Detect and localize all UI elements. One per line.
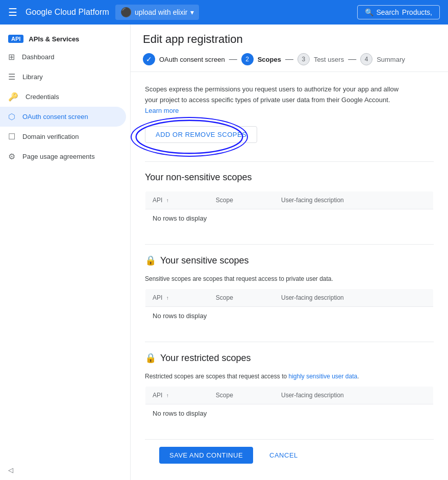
- sensitive-description: Sensitive scopes are scopes that request…: [145, 274, 434, 283]
- oauth-icon: ⬡: [8, 112, 15, 122]
- sensitive-scopes-section: 🔒 Your sensitive scopes Sensitive scopes…: [145, 255, 434, 325]
- section-divider-3: [145, 342, 434, 342]
- add-remove-scopes-button[interactable]: ADD OR REMOVE SCOPES: [145, 126, 257, 143]
- collapse-icon: ◁: [8, 466, 13, 474]
- sidebar-item-page-usage[interactable]: ⚙ Page usage agreements: [0, 147, 126, 166]
- domain-icon: ☐: [8, 132, 15, 141]
- restricted-sort-arrow-icon: ↑: [166, 393, 169, 398]
- restricted-col-api-header[interactable]: API ↑: [145, 387, 209, 404]
- key-icon: 🔑: [8, 92, 18, 102]
- non-sensitive-scopes-section: Your non-sensitive scopes API ↑ Scope Us…: [145, 172, 434, 228]
- restricted-empty-row: No rows to display: [145, 404, 434, 423]
- section-divider-2: [145, 244, 434, 245]
- stepper: ✓ OAuth consent screen — 2 Scopes — 3 Te…: [143, 53, 436, 65]
- restricted-empty-message: No rows to display: [145, 404, 434, 423]
- restricted-description: Restricted scopes are scopes that reques…: [145, 372, 434, 381]
- sensitive-col-description-header: User-facing description: [274, 289, 433, 307]
- sidebar-item-label: Page usage agreements: [22, 153, 95, 160]
- step4-label: Summary: [377, 56, 405, 63]
- footer-bar: SAVE AND CONTINUE CANCEL: [145, 439, 434, 471]
- step2-circle: 2: [241, 53, 254, 65]
- sidebar-header: API APIs & Services: [0, 29, 130, 47]
- main-header: Edit app registration ✓ OAuth consent sc…: [131, 25, 448, 72]
- sidebar-item-label: Dashboard: [22, 53, 55, 61]
- search-icon: 🔍: [365, 8, 374, 16]
- cancel-button[interactable]: CANCEL: [259, 447, 308, 464]
- sensitive-col-api-header[interactable]: API ↑: [145, 289, 209, 307]
- step3-circle: 3: [297, 53, 310, 65]
- scopes-description: Scopes express the permissions you reque…: [145, 84, 400, 116]
- sensitive-table-header: API ↑ Scope User-facing description: [145, 289, 434, 307]
- step2-label: Scopes: [258, 56, 281, 63]
- search-suffix: Products,: [402, 8, 432, 16]
- col-scope-header: Scope: [209, 191, 274, 209]
- sensitive-lock-icon: 🔒: [145, 255, 156, 266]
- gcp-logo-text: Google Cloud Platform: [26, 8, 109, 17]
- step-divider-3: —: [348, 55, 356, 64]
- add-scopes-wrapper: ADD OR REMOVE SCOPES: [145, 126, 257, 143]
- content-area: Scopes express the permissions you reque…: [131, 72, 448, 480]
- sensitive-empty-row: No rows to display: [145, 307, 434, 325]
- restricted-title: 🔒 Your restricted scopes: [145, 352, 434, 364]
- step-summary: 4 Summary: [360, 53, 405, 65]
- section-divider-1: [145, 161, 434, 162]
- sidebar-item-credentials[interactable]: 🔑 Credentials: [0, 87, 126, 107]
- restricted-scopes-section: 🔒 Your restricted scopes Restricted scop…: [145, 352, 434, 423]
- step-oauth-consent: ✓ OAuth consent screen: [143, 53, 225, 65]
- step-divider-1: —: [229, 55, 237, 64]
- non-sensitive-empty-row: No rows to display: [145, 209, 434, 228]
- step3-label: Test users: [314, 56, 344, 63]
- page-title: Edit app registration: [143, 33, 436, 46]
- non-sensitive-title: Your non-sensitive scopes: [145, 172, 434, 183]
- learn-more-link[interactable]: Learn more: [145, 107, 179, 114]
- save-continue-button[interactable]: SAVE AND CONTINUE: [159, 447, 253, 464]
- restricted-col-scope-header: Scope: [209, 387, 274, 404]
- col-api-header[interactable]: API ↑: [145, 191, 209, 209]
- settings-icon: ⚙: [8, 152, 15, 161]
- api-badge: API: [8, 35, 23, 43]
- hamburger-icon[interactable]: ☰: [8, 6, 17, 18]
- sidebar-item-domain-verification[interactable]: ☐ Domain verification: [0, 127, 126, 147]
- top-nav: ☰ Google Cloud Platform ⚫ upload with el…: [0, 0, 448, 25]
- step-scopes: 2 Scopes: [241, 53, 281, 65]
- step4-circle: 4: [360, 53, 372, 65]
- sensitive-table: API ↑ Scope User-facing description No r…: [145, 289, 434, 325]
- search-label: Search: [377, 8, 399, 16]
- sidebar-item-label: Credentials: [26, 93, 59, 101]
- project-name: upload with elixir: [135, 8, 188, 16]
- non-sensitive-table: API ↑ Scope User-facing description No r…: [145, 191, 434, 228]
- sensitive-empty-message: No rows to display: [145, 307, 434, 325]
- sensitive-col-scope-header: Scope: [209, 289, 274, 307]
- sensitive-title: 🔒 Your sensitive scopes: [145, 255, 434, 266]
- col-description-header: User-facing description: [274, 191, 433, 209]
- step-test-users: 3 Test users: [297, 53, 344, 65]
- restricted-lock-icon: 🔒: [145, 352, 156, 364]
- restricted-table: API ↑ Scope User-facing description No r…: [145, 386, 434, 423]
- sidebar-item-oauth-consent[interactable]: ⬡ OAuth consent screen: [0, 107, 126, 127]
- step1-label: OAuth consent screen: [159, 56, 225, 63]
- main-content: Edit app registration ✓ OAuth consent sc…: [131, 25, 448, 480]
- sidebar-item-label: Domain verification: [22, 133, 79, 140]
- restricted-table-header: API ↑ Scope User-facing description: [145, 387, 434, 404]
- sidebar-item-label: Library: [22, 73, 43, 81]
- non-sensitive-empty-message: No rows to display: [145, 209, 434, 228]
- sidebar-item-label: OAuth consent screen: [22, 113, 88, 121]
- library-icon: ☰: [8, 72, 15, 82]
- restricted-col-description-header: User-facing description: [274, 387, 433, 404]
- sidebar-header-label: APIs & Services: [29, 35, 79, 43]
- sidebar: API APIs & Services ⊞ Dashboard ☰ Librar…: [0, 25, 131, 480]
- project-dots-icon: ⚫: [120, 7, 132, 18]
- step-divider-2: —: [285, 55, 293, 64]
- step1-circle: ✓: [143, 53, 155, 65]
- dashboard-icon: ⊞: [8, 52, 15, 62]
- sensitive-sort-arrow-icon: ↑: [166, 295, 169, 301]
- project-selector[interactable]: ⚫ upload with elixir ▾: [115, 5, 200, 20]
- sidebar-collapse-button[interactable]: ◁: [0, 460, 130, 480]
- non-sensitive-table-header: API ↑ Scope User-facing description: [145, 191, 434, 209]
- sidebar-item-dashboard[interactable]: ⊞ Dashboard: [0, 47, 126, 67]
- sidebar-item-library[interactable]: ☰ Library: [0, 67, 126, 87]
- highly-sensitive-link[interactable]: highly sensitive user data: [288, 373, 357, 380]
- sort-arrow-icon: ↑: [166, 198, 169, 203]
- project-dropdown-icon: ▾: [190, 8, 194, 16]
- search-bar[interactable]: 🔍 Search Products,: [357, 5, 440, 19]
